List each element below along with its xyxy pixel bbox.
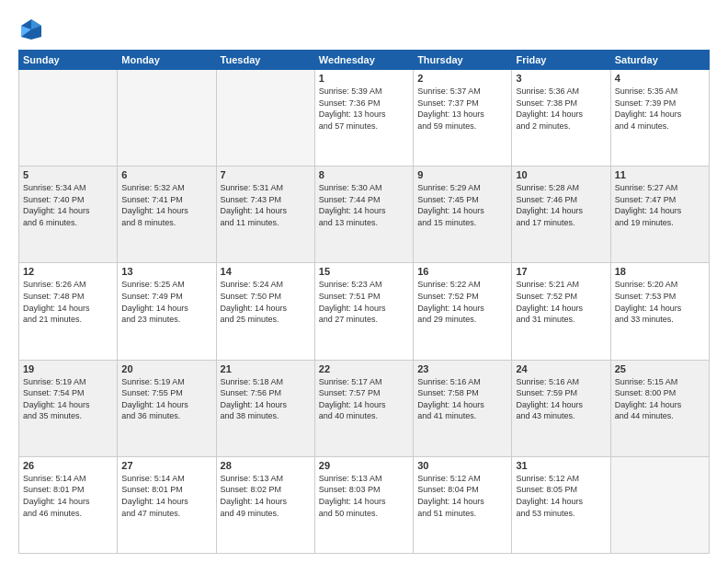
day-number: 21 <box>221 363 311 374</box>
day-info: Sunrise: 5:39 AM Sunset: 7:36 PM Dayligh… <box>319 86 409 132</box>
day-info: Sunrise: 5:37 AM Sunset: 7:37 PM Dayligh… <box>417 86 507 132</box>
calendar-day-cell: 24Sunrise: 5:16 AM Sunset: 7:59 PM Dayli… <box>512 360 610 456</box>
calendar-header-saturday: Saturday <box>610 51 709 70</box>
day-number: 24 <box>516 363 606 374</box>
day-info: Sunrise: 5:30 AM Sunset: 7:44 PM Dayligh… <box>319 182 409 228</box>
day-info: Sunrise: 5:22 AM Sunset: 7:52 PM Dayligh… <box>417 279 507 325</box>
calendar-day-cell: 30Sunrise: 5:12 AM Sunset: 8:04 PM Dayli… <box>414 456 512 553</box>
calendar-header-friday: Friday <box>512 51 610 70</box>
calendar-day-cell: 21Sunrise: 5:18 AM Sunset: 7:56 PM Dayli… <box>216 360 314 456</box>
calendar-day-cell: 28Sunrise: 5:13 AM Sunset: 8:02 PM Dayli… <box>216 456 314 553</box>
calendar-day-cell: 16Sunrise: 5:22 AM Sunset: 7:52 PM Dayli… <box>414 263 512 360</box>
header <box>18 17 710 42</box>
calendar-day-cell: 27Sunrise: 5:14 AM Sunset: 8:01 PM Dayli… <box>118 456 216 553</box>
calendar-header-thursday: Thursday <box>414 51 512 70</box>
day-number: 13 <box>121 266 211 277</box>
day-info: Sunrise: 5:34 AM Sunset: 7:40 PM Dayligh… <box>23 182 113 228</box>
day-info: Sunrise: 5:21 AM Sunset: 7:52 PM Dayligh… <box>516 279 606 325</box>
calendar-table: SundayMondayTuesdayWednesdayThursdayFrid… <box>18 50 710 554</box>
calendar-day-cell: 2Sunrise: 5:37 AM Sunset: 7:37 PM Daylig… <box>414 70 512 167</box>
day-number: 22 <box>319 363 409 374</box>
day-number: 9 <box>417 169 507 180</box>
day-number: 5 <box>23 169 113 180</box>
calendar-day-cell: 12Sunrise: 5:26 AM Sunset: 7:48 PM Dayli… <box>19 263 118 360</box>
day-info: Sunrise: 5:13 AM Sunset: 8:02 PM Dayligh… <box>221 473 311 519</box>
page: SundayMondayTuesdayWednesdayThursdayFrid… <box>0 0 728 563</box>
calendar-day-cell: 23Sunrise: 5:16 AM Sunset: 7:58 PM Dayli… <box>414 360 512 456</box>
day-number: 12 <box>23 266 113 277</box>
day-number: 11 <box>615 169 705 180</box>
calendar-day-cell: 31Sunrise: 5:12 AM Sunset: 8:05 PM Dayli… <box>512 456 610 553</box>
day-info: Sunrise: 5:12 AM Sunset: 8:05 PM Dayligh… <box>516 473 606 519</box>
day-info: Sunrise: 5:15 AM Sunset: 8:00 PM Dayligh… <box>615 376 705 422</box>
day-number: 8 <box>319 169 409 180</box>
day-number: 19 <box>23 363 113 374</box>
calendar-day-cell <box>610 456 709 553</box>
calendar-day-cell: 19Sunrise: 5:19 AM Sunset: 7:54 PM Dayli… <box>19 360 118 456</box>
day-info: Sunrise: 5:36 AM Sunset: 7:38 PM Dayligh… <box>516 86 606 132</box>
calendar-day-cell: 13Sunrise: 5:25 AM Sunset: 7:49 PM Dayli… <box>118 263 216 360</box>
day-info: Sunrise: 5:26 AM Sunset: 7:48 PM Dayligh… <box>23 279 113 325</box>
calendar-header-row: SundayMondayTuesdayWednesdayThursdayFrid… <box>19 51 710 70</box>
day-number: 20 <box>121 363 211 374</box>
calendar-day-cell: 1Sunrise: 5:39 AM Sunset: 7:36 PM Daylig… <box>314 70 413 167</box>
calendar-day-cell <box>118 70 216 167</box>
day-number: 2 <box>417 73 507 84</box>
day-number: 30 <box>417 460 507 471</box>
calendar-day-cell: 4Sunrise: 5:35 AM Sunset: 7:39 PM Daylig… <box>610 70 709 167</box>
day-info: Sunrise: 5:23 AM Sunset: 7:51 PM Dayligh… <box>319 279 409 325</box>
day-number: 1 <box>319 73 409 84</box>
day-info: Sunrise: 5:19 AM Sunset: 7:55 PM Dayligh… <box>121 376 211 422</box>
calendar-header-tuesday: Tuesday <box>216 51 314 70</box>
day-info: Sunrise: 5:14 AM Sunset: 8:01 PM Dayligh… <box>121 473 211 519</box>
calendar-day-cell <box>216 70 314 167</box>
calendar-week-row-1: 1Sunrise: 5:39 AM Sunset: 7:36 PM Daylig… <box>19 70 710 167</box>
day-number: 31 <box>516 460 606 471</box>
day-info: Sunrise: 5:14 AM Sunset: 8:01 PM Dayligh… <box>23 473 113 519</box>
day-number: 17 <box>516 266 606 277</box>
day-info: Sunrise: 5:35 AM Sunset: 7:39 PM Dayligh… <box>615 86 705 132</box>
day-info: Sunrise: 5:31 AM Sunset: 7:43 PM Dayligh… <box>221 182 311 228</box>
day-number: 10 <box>516 169 606 180</box>
day-number: 29 <box>319 460 409 471</box>
calendar-day-cell: 11Sunrise: 5:27 AM Sunset: 7:47 PM Dayli… <box>610 167 709 263</box>
day-number: 6 <box>121 169 211 180</box>
day-number: 7 <box>221 169 311 180</box>
day-number: 27 <box>121 460 211 471</box>
day-number: 23 <box>417 363 507 374</box>
day-number: 4 <box>615 73 705 84</box>
day-number: 26 <box>23 460 113 471</box>
day-info: Sunrise: 5:18 AM Sunset: 7:56 PM Dayligh… <box>221 376 311 422</box>
calendar-day-cell: 3Sunrise: 5:36 AM Sunset: 7:38 PM Daylig… <box>512 70 610 167</box>
day-info: Sunrise: 5:29 AM Sunset: 7:45 PM Dayligh… <box>417 182 507 228</box>
day-info: Sunrise: 5:16 AM Sunset: 7:59 PM Dayligh… <box>516 376 606 422</box>
calendar-day-cell: 14Sunrise: 5:24 AM Sunset: 7:50 PM Dayli… <box>216 263 314 360</box>
day-info: Sunrise: 5:27 AM Sunset: 7:47 PM Dayligh… <box>615 182 705 228</box>
calendar-week-row-5: 26Sunrise: 5:14 AM Sunset: 8:01 PM Dayli… <box>19 456 710 553</box>
calendar-day-cell: 8Sunrise: 5:30 AM Sunset: 7:44 PM Daylig… <box>314 167 413 263</box>
day-info: Sunrise: 5:24 AM Sunset: 7:50 PM Dayligh… <box>221 279 311 325</box>
day-number: 15 <box>319 266 409 277</box>
day-info: Sunrise: 5:13 AM Sunset: 8:03 PM Dayligh… <box>319 473 409 519</box>
day-info: Sunrise: 5:32 AM Sunset: 7:41 PM Dayligh… <box>121 182 211 228</box>
calendar-day-cell: 9Sunrise: 5:29 AM Sunset: 7:45 PM Daylig… <box>414 167 512 263</box>
calendar-day-cell: 5Sunrise: 5:34 AM Sunset: 7:40 PM Daylig… <box>19 167 118 263</box>
calendar-header-wednesday: Wednesday <box>314 51 413 70</box>
calendar-day-cell: 17Sunrise: 5:21 AM Sunset: 7:52 PM Dayli… <box>512 263 610 360</box>
calendar-day-cell <box>19 70 118 167</box>
logo-icon <box>18 17 44 42</box>
calendar-day-cell: 29Sunrise: 5:13 AM Sunset: 8:03 PM Dayli… <box>314 456 413 553</box>
calendar-day-cell: 7Sunrise: 5:31 AM Sunset: 7:43 PM Daylig… <box>216 167 314 263</box>
calendar-day-cell: 22Sunrise: 5:17 AM Sunset: 7:57 PM Dayli… <box>314 360 413 456</box>
day-info: Sunrise: 5:20 AM Sunset: 7:53 PM Dayligh… <box>615 279 705 325</box>
calendar-header-monday: Monday <box>118 51 216 70</box>
calendar-week-row-4: 19Sunrise: 5:19 AM Sunset: 7:54 PM Dayli… <box>19 360 710 456</box>
day-number: 28 <box>221 460 311 471</box>
day-info: Sunrise: 5:17 AM Sunset: 7:57 PM Dayligh… <box>319 376 409 422</box>
logo <box>18 17 48 42</box>
day-info: Sunrise: 5:28 AM Sunset: 7:46 PM Dayligh… <box>516 182 606 228</box>
calendar-day-cell: 6Sunrise: 5:32 AM Sunset: 7:41 PM Daylig… <box>118 167 216 263</box>
day-info: Sunrise: 5:19 AM Sunset: 7:54 PM Dayligh… <box>23 376 113 422</box>
calendar-header-sunday: Sunday <box>19 51 118 70</box>
day-number: 16 <box>417 266 507 277</box>
